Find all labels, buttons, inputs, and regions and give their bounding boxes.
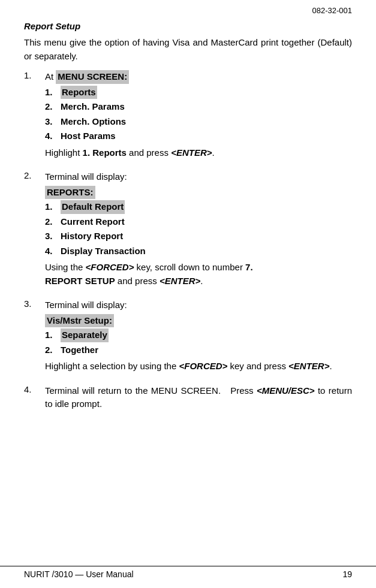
footer-right: 19 <box>342 569 352 579</box>
r-label-4: Display Transaction <box>61 245 146 258</box>
r-num-2: 2. <box>45 215 56 229</box>
r-label-3: History Report <box>61 230 123 243</box>
item-num-2: 2. <box>45 100 56 114</box>
vismstr-item-1: 1. Separately <box>45 328 352 343</box>
step3-instruction: Highlight a selection by using the <FORC… <box>45 360 352 373</box>
step2-menu: REPORTS: 1. Default Report 2. Current Re… <box>45 185 352 259</box>
step-2: 2. Terminal will display: REPORTS: 1. De… <box>24 170 352 288</box>
menu-item-2: 2. Merch. Params <box>45 99 352 114</box>
step3-key2: <ENTER> <box>288 361 329 371</box>
step4-text: Terminal will return to the MENU SCREEN.… <box>45 384 352 411</box>
item-num-3: 3. <box>45 115 56 129</box>
step-4: 4. Terminal will return to the MENU SCRE… <box>24 384 352 411</box>
reports-item-3: 3. History Report <box>45 229 352 244</box>
step-content-3: Terminal will display: Vis/Mstr Setup: 1… <box>45 298 352 373</box>
v-num-1: 1. <box>45 328 56 342</box>
step3-menu: Vis/Mstr Setup: 1. Separately 2. Togethe… <box>45 313 352 358</box>
step2-instruction: Using the <FORCED> key, scroll down to n… <box>45 261 352 288</box>
menu-item-4: 4. Host Params <box>45 129 352 144</box>
step3-key1: <FORCED> <box>179 361 227 371</box>
step-content-1: At MENU SCREEN: 1. Reports 2. Merch. Par… <box>45 70 352 159</box>
step2-key1: <FORCED> <box>86 262 134 272</box>
r-num-4: 4. <box>45 245 56 258</box>
step-content-2: Terminal will display: REPORTS: 1. Defau… <box>45 170 352 288</box>
menu-screen-label: MENU SCREEN: <box>56 70 129 84</box>
reports-label: REPORTS: <box>45 185 352 200</box>
footer: NURIT /3010 — User Manual 19 <box>0 566 376 579</box>
r-label-1: Default Report <box>61 200 125 214</box>
step-number-3: 3. <box>24 298 45 309</box>
item-label-1: Reports <box>61 86 97 99</box>
step2-header: Terminal will display: <box>45 170 352 184</box>
step3-header: Terminal will display: <box>45 298 352 312</box>
item-label-4: Host Params <box>61 129 116 143</box>
v-num-2: 2. <box>45 343 56 357</box>
vismstr-screen-label: Vis/Mstr Setup: <box>45 314 114 328</box>
step-3: 3. Terminal will display: Vis/Mstr Setup… <box>24 298 352 373</box>
v-label-1: Separately <box>61 328 109 342</box>
r-label-2: Current Report <box>61 215 125 229</box>
item-label-2: Merch. Params <box>61 100 125 114</box>
step1-menu: 1. Reports 2. Merch. Params 3. Mer <box>45 85 352 144</box>
step4-key: <MENU/ESC> <box>257 385 315 396</box>
v-label-2: Together <box>61 343 98 357</box>
reports-screen-label: REPORTS: <box>45 186 95 200</box>
page-container: 082-32-001 Report Setup This menu give t… <box>0 0 376 588</box>
step1-instruction: Highlight 1. Reports and press <ENTER>. <box>45 146 352 160</box>
item-num-4: 4. <box>45 129 56 143</box>
reports-item-1: 1. Default Report <box>45 200 352 215</box>
step-content-4: Terminal will return to the MENU SCREEN.… <box>45 384 352 411</box>
step1-header: At MENU SCREEN: <box>45 70 352 84</box>
menu-item-3: 3. Merch. Options <box>45 114 352 129</box>
steps-list: 1. At MENU SCREEN: 1. Reports 2. <box>24 70 352 411</box>
item-label-3: Merch. Options <box>61 115 126 129</box>
step2-number: 7.REPORT SETUP <box>45 262 253 286</box>
step-number-1: 1. <box>24 70 45 80</box>
intro-text: This menu give the option of having Visa… <box>24 36 352 63</box>
menu-item-1: 1. Reports <box>45 85 352 100</box>
section-title: Report Setup <box>24 21 352 31</box>
step1-key: <ENTER> <box>171 147 212 158</box>
vismstr-label: Vis/Mstr Setup: <box>45 313 352 328</box>
step-number-4: 4. <box>24 384 45 394</box>
item-num: 1. <box>45 86 56 99</box>
reports-item-2: 2. Current Report <box>45 215 352 230</box>
header-code: 082-32-001 <box>24 6 352 15</box>
step-1: 1. At MENU SCREEN: 1. Reports 2. <box>24 70 352 159</box>
step-number-2: 2. <box>24 170 45 180</box>
vismstr-item-2: 2. Together <box>45 343 352 358</box>
step1-highlight-text: 1. Reports <box>83 147 127 158</box>
step2-key2: <ENTER> <box>160 276 200 286</box>
footer-left: NURIT /3010 — User Manual <box>24 569 134 579</box>
reports-item-4: 4. Display Transaction <box>45 244 352 259</box>
r-num-1: 1. <box>45 200 56 214</box>
r-num-3: 3. <box>45 230 56 243</box>
